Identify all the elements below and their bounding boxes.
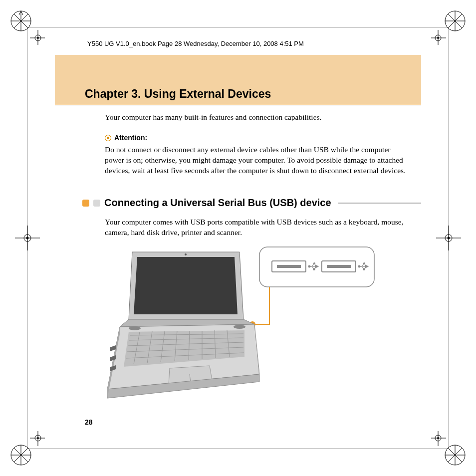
bullet-square-icon	[82, 200, 89, 207]
crop-mark-icon	[10, 431, 45, 466]
intro-text: Your computer has many built-in features…	[105, 112, 411, 123]
attention-label: Attention:	[114, 133, 147, 143]
page-number: 28	[85, 418, 93, 426]
attention-body: Do not connect or disconnect any externa…	[105, 145, 411, 176]
svg-rect-61	[327, 265, 351, 268]
bullet-square-icon	[93, 200, 100, 207]
crop-mark-icon	[431, 221, 466, 255]
chapter-rule	[55, 105, 421, 105]
crop-mark-icon	[10, 10, 45, 45]
section-heading: Connecting a Universal Serial Bus (USB) …	[82, 197, 421, 209]
attention-icon	[105, 135, 111, 141]
svg-rect-58	[313, 268, 315, 270]
crop-mark-icon	[431, 431, 466, 466]
svg-point-98	[234, 325, 245, 329]
heading-rule	[338, 203, 421, 204]
section-body: Your computer comes with USB ports compa…	[105, 217, 411, 238]
svg-marker-71	[134, 257, 238, 314]
svg-point-56	[314, 263, 315, 264]
svg-line-6	[19, 11, 21, 15]
laptop-usb-illustration	[105, 244, 409, 404]
attention-block: Attention: Do not connect or disconnect …	[105, 132, 411, 176]
crop-mark-icon	[10, 221, 45, 255]
svg-line-5	[21, 11, 23, 15]
section-heading-text: Connecting a Universal Serial Bus (USB) …	[104, 197, 331, 209]
svg-rect-52	[277, 265, 301, 268]
crop-mark-icon	[431, 10, 466, 45]
svg-point-65	[364, 263, 365, 264]
svg-point-97	[129, 326, 141, 330]
svg-rect-67	[363, 268, 365, 270]
header-meta: Y550 UG V1.0_en.book Page 28 Wednesday, …	[87, 40, 304, 47]
svg-point-72	[185, 253, 187, 255]
chapter-title: Chapter 3. Using External Devices	[85, 87, 271, 101]
